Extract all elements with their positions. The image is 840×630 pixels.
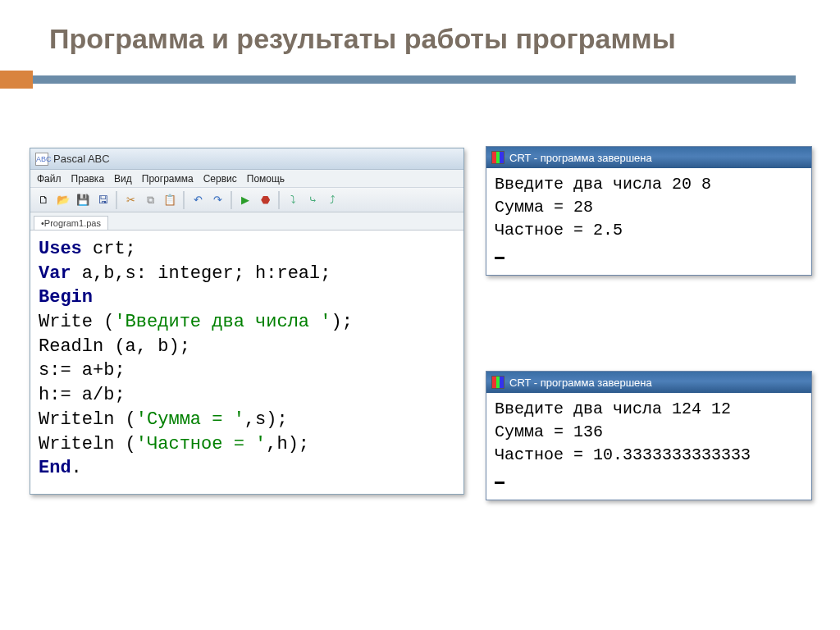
save-icon[interactable]: 💾 [75, 192, 91, 208]
toolbar: 🗋 📂 💾 🖫 ✂ ⧉ 📋 ↶ ↷ ▶ ⬣ ⤵ ⤷ ⤴ [30, 188, 463, 212]
code-line: Uses crt; [39, 237, 455, 262]
toolbar-separator [278, 191, 280, 209]
ide-window: ABC Pascal ABC Файл Правка Вид Программа… [30, 148, 464, 495]
accent-bar [0, 71, 33, 89]
cursor-icon [495, 257, 504, 259]
slide-title: Программа и результаты работы программы [49, 23, 676, 55]
menubar: Файл Правка Вид Программа Сервис Помощь [30, 170, 463, 188]
crt1-output: Введите два числа 20 8 Сумма = 28 Частно… [486, 168, 811, 275]
toolbar-separator [231, 191, 232, 209]
menu-program[interactable]: Программа [142, 173, 194, 185]
menu-file[interactable]: Файл [37, 173, 62, 185]
crt1-title-text: CRT - программа завершена [509, 152, 652, 164]
tab-program1[interactable]: •Program1.pas [34, 216, 108, 230]
code-line: End. [39, 456, 455, 481]
ide-titlebar[interactable]: ABC Pascal ABC [30, 148, 463, 170]
crt2-titlebar[interactable]: CRT - программа завершена [486, 372, 811, 393]
crt1-titlebar[interactable]: CRT - программа завершена [486, 147, 811, 168]
step-in-icon[interactable]: ⤷ [304, 192, 321, 208]
stop-icon[interactable]: ⬣ [257, 192, 273, 208]
ide-title-text: Pascal ABC [53, 153, 110, 165]
menu-help[interactable]: Помощь [247, 173, 285, 185]
crt2-title-text: CRT - программа завершена [509, 377, 652, 389]
step-over-icon[interactable]: ⤵ [285, 192, 301, 208]
code-line: Writeln ('Сумма = ',s); [39, 408, 455, 432]
new-file-icon[interactable]: 🗋 [35, 192, 52, 208]
save-all-icon[interactable]: 🖫 [94, 192, 111, 208]
step-out-icon[interactable]: ⤴ [324, 192, 340, 208]
crt2-output: Введите два числа 124 12 Сумма = 136 Час… [486, 393, 811, 500]
code-line: s:= a+b; [39, 358, 455, 383]
app-icon: ABC [35, 153, 48, 166]
undo-icon[interactable]: ↶ [189, 192, 206, 208]
code-editor[interactable]: Uses crt; Var a,b,s: integer; h:real; Be… [30, 231, 463, 494]
redo-icon[interactable]: ↷ [209, 192, 226, 208]
code-line: Writeln ('Частное = ',h); [39, 432, 455, 457]
accent-line [33, 75, 796, 84]
code-line: Begin [39, 285, 455, 310]
open-file-icon[interactable]: 📂 [55, 192, 71, 208]
toolbar-separator [183, 191, 185, 209]
menu-edit[interactable]: Правка [71, 173, 105, 185]
crt-window-2: CRT - программа завершена Введите два чи… [486, 371, 812, 500]
menu-view[interactable]: Вид [114, 173, 132, 185]
toolbar-separator [116, 191, 117, 209]
copy-icon[interactable]: ⧉ [142, 192, 158, 208]
crt-icon [491, 376, 504, 389]
code-line: Readln (a, b); [39, 335, 455, 359]
code-line: h:= a/b; [39, 383, 455, 408]
cut-icon[interactable]: ✂ [122, 192, 139, 208]
code-line: Var a,b,s: integer; h:real; [39, 262, 455, 286]
code-line: Write ('Введите два числа '); [39, 310, 455, 335]
tab-strip: •Program1.pas [30, 212, 463, 231]
crt-icon [491, 151, 504, 164]
cursor-icon [495, 482, 504, 484]
run-icon[interactable]: ▶ [237, 192, 253, 208]
crt-window-1: CRT - программа завершена Введите два чи… [486, 146, 812, 276]
paste-icon[interactable]: 📋 [162, 192, 178, 208]
menu-service[interactable]: Сервис [203, 173, 237, 185]
